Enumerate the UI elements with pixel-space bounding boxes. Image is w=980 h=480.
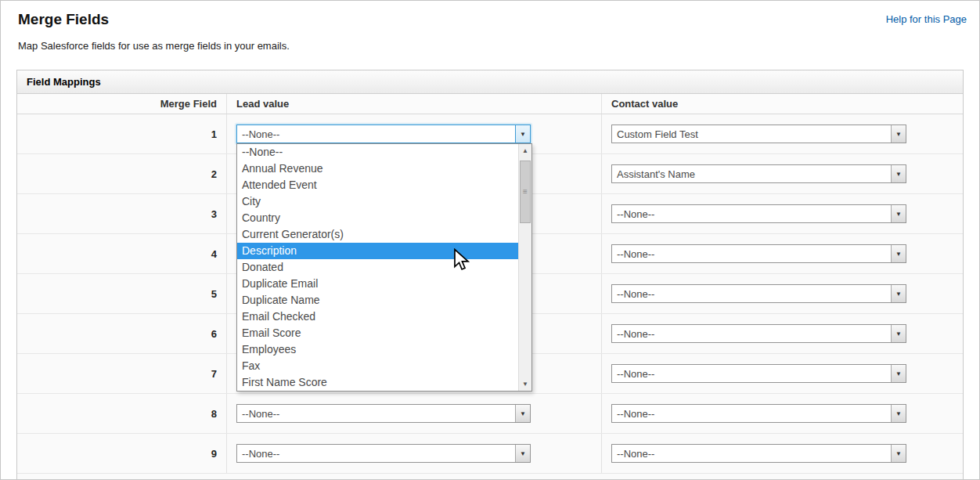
chevron-down-icon: ▼ [891, 205, 906, 222]
chevron-down-icon: ▼ [891, 445, 906, 462]
contact-value-select[interactable]: --None--▼ [611, 364, 906, 383]
contact-value-cell: --None--▼ [602, 314, 963, 353]
merge-field-cell: 4 [17, 234, 227, 273]
contact-value-cell: --None--▼ [602, 354, 963, 393]
scrollbar-thumb[interactable]: ≡ [520, 161, 531, 223]
merge-field-cell: 6 [17, 314, 227, 353]
merge-field-number: 9 [211, 448, 217, 460]
scroll-up-icon[interactable]: ▲ [519, 144, 531, 157]
dropdown-option[interactable]: City [237, 193, 518, 210]
column-header-contact-value: Contact value [602, 94, 963, 114]
chevron-down-icon: ▼ [891, 125, 906, 143]
contact-value-cell: --None--▼ [602, 394, 963, 433]
page-header: Merge Fields Help for this Page [1, 1, 979, 28]
table-header-row: Merge Field Lead value Contact value [17, 94, 963, 114]
chevron-down-icon: ▼ [891, 165, 906, 182]
merge-field-number: 7 [211, 368, 217, 380]
chevron-down-icon: ▼ [891, 285, 906, 302]
contact-value-select[interactable]: --None--▼ [611, 324, 906, 343]
contact-value-select[interactable]: Custom Field Test▼ [611, 125, 906, 143]
dropdown-option[interactable]: First Name Score [237, 374, 518, 391]
merge-field-number: 5 [211, 288, 217, 300]
merge-field-cell: 1 [17, 114, 227, 153]
contact-value-select[interactable]: --None--▼ [611, 444, 906, 463]
contact-value-cell: --None--▼ [602, 194, 963, 233]
dropdown-options: --None--Annual RevenueAttended EventCity… [237, 144, 518, 391]
chevron-down-icon: ▼ [515, 405, 530, 422]
contact-value-cell: --None--▼ [602, 234, 963, 273]
contact-value-cell: Assistant's Name▼ [602, 154, 963, 193]
merge-field-number: 3 [211, 208, 217, 220]
dropdown-option[interactable]: Fax [237, 358, 518, 374]
contact-value-select-value: --None-- [612, 248, 891, 260]
dropdown-option[interactable]: Email Score [237, 325, 518, 341]
merge-field-cell: 3 [17, 194, 227, 233]
merge-field-cell: 8 [17, 394, 227, 433]
chevron-down-icon: ▼ [891, 325, 906, 342]
merge-fields-page: Merge Fields Help for this Page Map Sale… [0, 0, 980, 480]
lead-value-cell: --None--▼ [227, 394, 602, 433]
merge-field-number: 2 [211, 168, 217, 180]
contact-value-select-value: Assistant's Name [612, 168, 891, 180]
merge-field-cell: 9 [17, 434, 227, 473]
chevron-down-icon: ▼ [891, 245, 906, 262]
contact-value-select[interactable]: --None--▼ [611, 284, 906, 303]
contact-value-select-value: --None-- [612, 328, 891, 340]
contact-value-cell: --None--▼ [602, 274, 963, 313]
dropdown-option[interactable]: --None-- [237, 144, 518, 161]
dropdown-option[interactable]: Donated [237, 259, 518, 276]
contact-value-select[interactable]: --None--▼ [611, 204, 906, 223]
lead-value-select-value: --None-- [237, 448, 515, 460]
contact-value-select[interactable]: Assistant's Name▼ [611, 164, 906, 183]
table-row: 8--None--▼--None--▼ [17, 394, 963, 434]
merge-field-number: 1 [211, 128, 217, 140]
dropdown-scrollbar[interactable]: ▲ ≡ ▼ [518, 144, 531, 391]
column-header-merge-field: Merge Field [17, 94, 227, 114]
lead-value-select-value: --None-- [237, 408, 515, 420]
contact-value-select-value: --None-- [612, 368, 891, 380]
contact-value-select-value: --None-- [612, 408, 891, 420]
dropdown-option[interactable]: Current Generator(s) [237, 226, 518, 243]
contact-value-select[interactable]: --None--▼ [611, 404, 906, 423]
dropdown-option[interactable]: Description [237, 243, 518, 259]
help-link[interactable]: Help for this Page [886, 13, 967, 25]
page-subtitle: Map Salesforce fields for use as merge f… [1, 28, 979, 52]
lead-value-select-value: --None-- [237, 128, 515, 140]
column-header-lead-value: Lead value [227, 94, 602, 114]
contact-value-cell: Custom Field Test▼ [602, 114, 963, 153]
lead-value-dropdown-list: --None--Annual RevenueAttended EventCity… [236, 143, 532, 392]
merge-field-number: 6 [211, 328, 217, 340]
dropdown-option[interactable]: Country [237, 210, 518, 226]
merge-field-number: 4 [211, 248, 217, 260]
merge-field-number: 8 [211, 408, 217, 420]
chevron-down-icon: ▼ [891, 405, 906, 422]
contact-value-select[interactable]: --None--▼ [611, 244, 906, 263]
lead-value-select[interactable]: --None--▼ [236, 125, 531, 143]
lead-value-cell: --None--▼ [227, 434, 602, 473]
scroll-down-icon[interactable]: ▼ [519, 377, 531, 391]
chevron-down-icon: ▼ [891, 365, 906, 382]
chevron-down-icon: ▼ [515, 125, 530, 143]
lead-value-select[interactable]: --None--▼ [236, 444, 531, 463]
dropdown-option[interactable]: Annual Revenue [237, 161, 518, 177]
contact-value-select-value: --None-- [612, 448, 891, 460]
contact-value-select-value: --None-- [612, 208, 891, 220]
dropdown-option[interactable]: Employees [237, 341, 518, 358]
panel-title: Field Mappings [17, 70, 963, 94]
table-row: 9--None--▼--None--▼ [17, 434, 963, 474]
dropdown-option[interactable]: Duplicate Name [237, 292, 518, 309]
contact-value-select-value: Custom Field Test [612, 128, 891, 140]
lead-value-select[interactable]: --None--▼ [236, 404, 531, 423]
contact-value-cell: --None--▼ [602, 434, 963, 473]
dropdown-option[interactable]: Duplicate Email [237, 276, 518, 292]
merge-field-cell: 2 [17, 154, 227, 193]
dropdown-option[interactable]: Attended Event [237, 177, 518, 193]
dropdown-option[interactable]: Email Checked [237, 309, 518, 325]
chevron-down-icon: ▼ [515, 445, 530, 462]
scrollbar-grip-icon: ≡ [523, 188, 528, 196]
contact-value-select-value: --None-- [612, 288, 891, 300]
merge-field-cell: 7 [17, 354, 227, 393]
page-title: Merge Fields [18, 11, 109, 28]
merge-field-cell: 5 [17, 274, 227, 313]
